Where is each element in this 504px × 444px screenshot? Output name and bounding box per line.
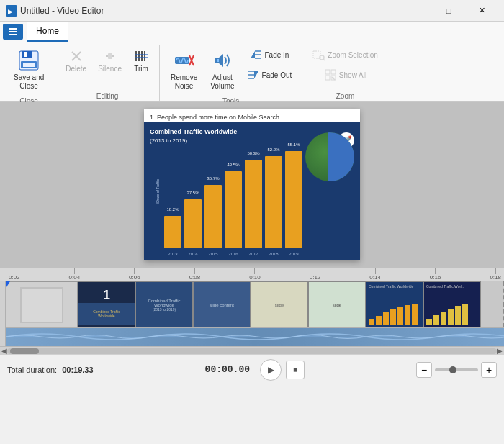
video-track[interactable]: 1 Combined TrafficWorldwide Combined Tra…: [6, 281, 504, 328]
fade-in-label: Fade In: [264, 51, 289, 59]
playhead-marker: [6, 281, 10, 287]
bar-2014: 27.5%: [184, 199, 202, 248]
trim-icon-svg: [134, 49, 148, 63]
bar-2019: 55.1%: [285, 151, 302, 248]
fade-out-icon: [247, 68, 260, 81]
svg-rect-14: [135, 51, 137, 61]
svg-rect-18: [135, 54, 148, 55]
ruler-mark-004: 0:04: [69, 268, 81, 281]
fade-out-icon-svg: [247, 68, 260, 81]
save-close-label: Save andClose: [14, 73, 44, 91]
show-all-button: Show All: [308, 65, 382, 84]
zoom-plus-icon: +: [486, 364, 492, 376]
y-axis-label: Share of Traffic: [156, 179, 160, 204]
fade-controls: Fade In: [243, 45, 297, 84]
audio-track[interactable]: [6, 328, 504, 346]
ribbon-tab-bar: Home: [0, 22, 504, 42]
svg-text:▶: ▶: [8, 8, 13, 15]
zoom-selection-icon-svg: [312, 48, 325, 61]
show-all-icon-svg: [324, 68, 337, 81]
tab-home[interactable]: Home: [27, 22, 68, 42]
delete-button: Delete: [61, 45, 91, 76]
duration-value: 00:19.33: [62, 366, 93, 374]
svg-rect-3: [9, 31, 17, 32]
tools-group-items: RemoveNoise AdjustVolume: [166, 45, 296, 96]
svg-rect-13: [108, 53, 112, 59]
zoom-slider-thumb[interactable]: [449, 366, 456, 373]
slide-preview: 1. People spend more time on Mobile Sear…: [144, 109, 360, 260]
zoom-out-button[interactable]: −: [416, 362, 432, 378]
year-2013: 2013: [164, 252, 181, 256]
ribbon: Home Save andClose: [0, 22, 504, 102]
editing-group-label: Editing: [96, 91, 119, 101]
timeline-ruler: 0:02 0:04 0:06 0:08 0:10 0:12 0:14 0:16 …: [0, 268, 504, 281]
year-2015: 2015: [204, 252, 222, 256]
scroll-left-arrow[interactable]: ◀: [1, 347, 7, 355]
volume-icon-svg: [212, 50, 233, 71]
video-clip-8[interactable]: Combined Traffic Worl...: [423, 281, 481, 328]
fade-out-button[interactable]: Fade Out: [243, 65, 297, 84]
show-all-label: Show All: [339, 71, 366, 79]
chart-bars: 18.2% 27.5% 35.7% 43.5% 50.3% 52.2% 55.1…: [164, 151, 302, 248]
adjust-volume-button[interactable]: AdjustVolume: [205, 45, 239, 94]
svg-rect-15: [138, 51, 140, 61]
remove-noise-icon: [173, 49, 196, 72]
video-clip-1[interactable]: [6, 281, 78, 328]
delete-icon: [68, 48, 84, 64]
play-button[interactable]: ▶: [260, 359, 282, 381]
ruler-mark-012: 0:12: [310, 268, 321, 281]
video-clip-5[interactable]: slide: [251, 281, 308, 328]
menu-lines-icon: [8, 27, 18, 37]
video-clip-6[interactable]: slide: [308, 281, 366, 328]
fade-in-icon-svg: [249, 48, 262, 61]
delete-label: Delete: [66, 65, 86, 73]
svg-rect-4: [9, 34, 17, 35]
ribbon-menu-icon[interactable]: [3, 24, 23, 40]
stop-icon: ■: [293, 366, 297, 373]
timeline-scrollbar[interactable]: ◀ ▶: [0, 346, 504, 355]
save-close-icon: [17, 49, 40, 72]
globe-area: 🚀: [305, 130, 357, 187]
minimize-button[interactable]: —: [399, 0, 432, 22]
fade-in-button[interactable]: Fade In: [243, 45, 297, 64]
svg-rect-19: [135, 57, 148, 58]
stop-button[interactable]: ■: [286, 361, 305, 379]
show-all-icon: [324, 68, 337, 81]
maximize-button[interactable]: □: [432, 0, 465, 22]
scroll-right-arrow[interactable]: ▶: [497, 347, 503, 355]
timeline-tracks: 1 Combined TrafficWorldwide Combined Tra…: [0, 281, 504, 346]
year-2017: 2017: [245, 252, 262, 256]
window-title: Untitled - Video Editor: [20, 6, 399, 16]
video-clip-2[interactable]: 1 Combined TrafficWorldwide: [78, 281, 135, 328]
close-button[interactable]: ✕: [465, 0, 498, 22]
delete-x-icon: [69, 49, 84, 63]
zoom-slider[interactable]: [435, 368, 478, 371]
playhead[interactable]: [6, 281, 6, 327]
video-clip-4[interactable]: slide content: [193, 281, 251, 328]
save-icon-svg: [18, 50, 40, 71]
ribbon-group-editing: Delete Silence: [55, 45, 160, 101]
ribbon-group-close: Save andClose Close: [3, 45, 55, 101]
noise-icon-svg: [174, 50, 195, 71]
close-group-items: Save andClose: [9, 45, 49, 96]
video-clip-3[interactable]: Combined TrafficWorldwide(2013 to 2019): [135, 281, 193, 328]
year-labels: 2013 2014 2015 2016 2017 2018 2019: [164, 252, 302, 256]
track-content: 1 Combined TrafficWorldwide Combined Tra…: [6, 281, 504, 346]
zoom-controls-ribbon: Zoom Selection: [308, 45, 382, 84]
trim-icon: [133, 48, 149, 64]
year-2016: 2016: [225, 252, 242, 256]
bar-2018: 52.2%: [265, 156, 282, 248]
remove-noise-button[interactable]: RemoveNoise: [166, 45, 202, 94]
editing-group-items: Delete Silence: [61, 45, 153, 91]
zoom-in-button[interactable]: +: [481, 362, 497, 378]
video-clip-7[interactable]: Combined Traffic Worldwide: [366, 281, 423, 328]
zoom-group-items: Zoom Selection: [308, 45, 382, 91]
svg-rect-9: [23, 63, 35, 67]
save-and-close-button[interactable]: Save andClose: [9, 45, 49, 94]
trim-button[interactable]: Trim: [129, 45, 153, 76]
ruler-mark-008: 0:08: [189, 268, 201, 281]
zoom-selection-label: Zoom Selection: [328, 51, 377, 59]
scrollbar-track[interactable]: [7, 348, 497, 354]
scrollbar-thumb[interactable]: [10, 348, 39, 354]
adjust-volume-label: AdjustVolume: [210, 73, 234, 91]
